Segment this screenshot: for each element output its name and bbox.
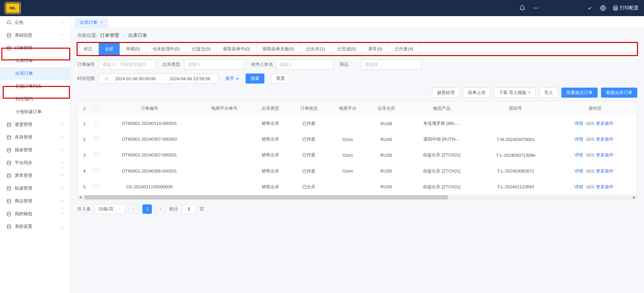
sidebar-item-15[interactable]: 我的钱包﹀ bbox=[0, 207, 70, 220]
status-tab-5[interactable]: 获取面单失败(0) bbox=[257, 43, 301, 55]
row-checkbox[interactable] bbox=[94, 184, 98, 189]
globe-icon[interactable] bbox=[598, 3, 608, 13]
recv-name-label: 收件人姓名 bbox=[251, 61, 273, 67]
col-6: 出库仓库 bbox=[367, 101, 405, 116]
status-tab-3[interactable]: 已提交(0) bbox=[186, 43, 217, 55]
recv-name-input[interactable] bbox=[276, 59, 333, 69]
scroll-thumb[interactable] bbox=[84, 195, 448, 199]
horizontal-scrollbar[interactable]: ◀ ▶ bbox=[78, 195, 637, 200]
date-range-picker[interactable]: ◔ - bbox=[99, 74, 219, 84]
total-text: 共 5 条 bbox=[77, 206, 91, 212]
detail-link[interactable]: 详情 bbox=[574, 152, 583, 157]
expand-button[interactable]: 展开 ▼ bbox=[225, 76, 239, 82]
edit-link[interactable]: 编辑 bbox=[586, 152, 595, 157]
row-checkbox[interactable] bbox=[94, 152, 98, 157]
more-actions[interactable]: 更多操作 ﹀ bbox=[596, 184, 617, 190]
check-icon[interactable] bbox=[584, 3, 595, 13]
prev-page-button[interactable]: ‹ bbox=[129, 204, 138, 214]
sidebar-item-label: 报表管理 bbox=[15, 147, 32, 153]
status-tab-6[interactable]: 已出库(1) bbox=[300, 43, 331, 55]
date-to-input[interactable] bbox=[165, 76, 215, 81]
tab-outbound-order[interactable]: 出库订单 ✕ bbox=[75, 17, 108, 28]
status-tab-9[interactable]: 已作废(4) bbox=[389, 43, 420, 55]
row-checkbox[interactable] bbox=[94, 137, 98, 141]
status-tab-7[interactable]: 已完成(0) bbox=[331, 43, 362, 55]
more-actions[interactable]: 更多操作 ﹀ bbox=[596, 152, 617, 158]
sidebar-item-8[interactable]: 退货管理﹀ bbox=[0, 118, 70, 131]
sidebar-item-5[interactable]: 拦截订单列表 bbox=[0, 80, 70, 93]
upload-button[interactable]: 面单上传 bbox=[463, 88, 490, 98]
product-select[interactable]: 请选择 bbox=[361, 59, 422, 69]
sidebar-item-12[interactable]: 异常管理﹀ bbox=[0, 169, 70, 182]
shortage-button[interactable]: 缺货处理 bbox=[432, 88, 460, 98]
pagination: 共 5 条 20条/页 ﹀ ‹ 1 › 前往 页 bbox=[77, 200, 637, 218]
edit-link[interactable]: 编辑 bbox=[586, 137, 595, 142]
chevron-down-icon: ▼ bbox=[528, 91, 531, 94]
svg-point-8 bbox=[7, 46, 10, 47]
sidebar-item-16[interactable]: 系统设置︿ bbox=[0, 220, 70, 233]
sidebar-item-13[interactable]: 轨迹管理﹀ bbox=[0, 182, 70, 195]
close-icon[interactable]: ✕ bbox=[100, 20, 103, 25]
detail-link[interactable]: 详情 bbox=[574, 137, 583, 142]
reset-button[interactable]: 重置 bbox=[271, 74, 290, 84]
detail-link[interactable]: 详情 bbox=[574, 121, 583, 126]
edit-link[interactable]: 编辑 bbox=[586, 168, 595, 174]
sidebar-item-label: 轨迹管理 bbox=[15, 185, 32, 191]
sidebar-item-11[interactable]: 平台同步﹀ bbox=[0, 156, 70, 169]
sidebar-item-2[interactable]: 订单管理︿ bbox=[0, 42, 70, 54]
logo: IML bbox=[5, 3, 20, 13]
checkbox-all[interactable] bbox=[94, 106, 98, 110]
chevron-down-icon: ﹀ bbox=[614, 137, 617, 142]
db-icon bbox=[6, 173, 11, 178]
chevron-down-icon: ﹀ bbox=[614, 185, 617, 189]
order-no-input[interactable] bbox=[99, 59, 156, 69]
db-icon bbox=[6, 33, 11, 38]
more-actions[interactable]: 更多操作 ﹀ bbox=[596, 168, 617, 174]
more-actions[interactable]: 更多操作 ﹀ bbox=[596, 120, 617, 127]
batch-submit-button[interactable]: 批量提交订单 bbox=[561, 88, 598, 98]
bell-icon bbox=[6, 20, 11, 25]
row-checkbox[interactable] bbox=[94, 168, 98, 173]
scroll-left-icon[interactable]: ◀ bbox=[78, 195, 83, 200]
page-size-select[interactable]: 20条/页 ﹀ bbox=[95, 204, 125, 214]
chevron-down-icon: ﹀ bbox=[60, 20, 64, 25]
sidebar-item-label: 入库订单 bbox=[15, 58, 33, 64]
status-tab-1[interactable]: 草稿(0) bbox=[120, 43, 146, 55]
sidebar-item-0[interactable]: 公告﹀ bbox=[0, 16, 70, 29]
scroll-right-icon[interactable]: ▶ bbox=[632, 195, 637, 200]
sidebar-item-9[interactable]: 库存管理﹀ bbox=[0, 131, 70, 144]
sidebar-item-4[interactable]: 出库订单 bbox=[0, 67, 70, 80]
print-config-button[interactable]: 打印配置 bbox=[612, 5, 639, 11]
col-7: 物流产品 bbox=[405, 101, 478, 116]
detail-link[interactable]: 详情 bbox=[574, 168, 583, 174]
import-button[interactable]: 导入 bbox=[539, 88, 558, 98]
search-button[interactable]: 搜索 bbox=[246, 74, 264, 84]
status-tab-4[interactable]: 获取面单中(0) bbox=[217, 43, 257, 55]
download-template-button[interactable]: 下载 导入模版 ▼ bbox=[494, 88, 536, 98]
new-order-button[interactable]: 新建出库订单 bbox=[601, 88, 637, 98]
edit-link[interactable]: 编辑 bbox=[586, 184, 595, 189]
svg-point-15 bbox=[7, 199, 10, 200]
sidebar-item-7[interactable]: 小包快递订单 bbox=[0, 105, 70, 118]
status-tab-2[interactable]: 仓库处理中(0) bbox=[146, 43, 186, 55]
more-actions[interactable]: 更多操作 ﹀ bbox=[596, 136, 617, 142]
sidebar-item-10[interactable]: 报表管理﹀ bbox=[0, 144, 70, 156]
date-from-input[interactable] bbox=[110, 76, 161, 81]
next-page-button[interactable]: › bbox=[156, 204, 165, 214]
out-type-select[interactable]: 请输入 ﹀ bbox=[184, 59, 245, 69]
chevron-down-icon: ﹀ bbox=[60, 199, 64, 204]
row-checkbox[interactable] bbox=[94, 121, 98, 126]
sidebar-item-14[interactable]: 商品管理﹀ bbox=[0, 195, 70, 207]
page-1-button[interactable]: 1 bbox=[142, 204, 152, 214]
col-9: 操作区 bbox=[553, 101, 637, 116]
bell-icon[interactable] bbox=[517, 3, 528, 13]
page-jump-input[interactable] bbox=[182, 204, 196, 214]
sidebar-item-3[interactable]: 入库订单 bbox=[0, 54, 70, 67]
sidebar-item-1[interactable]: 基础信息﹀ bbox=[0, 29, 70, 42]
status-tab-0[interactable]: 全部 bbox=[99, 43, 120, 55]
more-icon[interactable] bbox=[530, 3, 541, 13]
detail-link[interactable]: 详情 bbox=[574, 184, 583, 189]
sidebar-item-6[interactable]: 到仓预约 bbox=[0, 93, 70, 105]
status-tab-8[interactable]: 异常(0) bbox=[362, 43, 389, 55]
edit-link[interactable]: 编辑 bbox=[586, 121, 595, 126]
